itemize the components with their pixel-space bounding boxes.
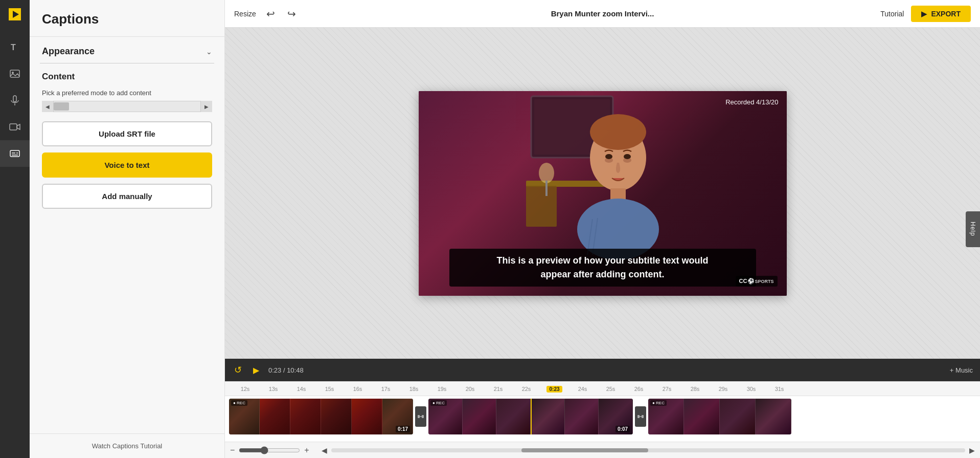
svg-point-17 [539, 163, 554, 183]
thumb-10 [531, 399, 565, 434]
playback-bar: ↺ ▶ 0:23 / 10:48 + Music [225, 359, 980, 381]
restart-button[interactable]: ↺ [232, 362, 244, 378]
play-button[interactable]: ▶ [251, 363, 261, 377]
person-silhouette [516, 91, 690, 265]
ruler-tick-15s: 15s [315, 386, 344, 392]
playback-time: 0:23 / 10:48 [268, 366, 304, 374]
ruler-tick-24s: 24s [568, 386, 597, 392]
thumb-4 [321, 399, 352, 434]
app-logo[interactable] [6, 5, 24, 24]
watch-tutorial-link[interactable]: Watch Captions Tutorial [30, 433, 224, 458]
timeline-controls: − + ◀ ▶ [225, 442, 980, 458]
ruler-tick-12s: 12s [231, 386, 259, 392]
video-content: Recorded 4/13/20 This is a preview of ho… [419, 91, 787, 296]
export-label: EXPORT [931, 10, 961, 18]
svg-rect-30 [637, 415, 640, 418]
voice-to-text-button[interactable]: Voice to text [42, 152, 212, 178]
ruler-tick-27s: 27s [653, 386, 681, 392]
topbar-actions: Tutorial ▶ EXPORT [880, 6, 971, 22]
main-area: Resize ↩ ↪ Bryan Munter zoom Intervi... … [225, 0, 980, 458]
clip-2-record-badge: ● REC [430, 400, 447, 406]
thumb-3 [290, 399, 321, 434]
ruler-tick-13s: 13s [259, 386, 287, 392]
zoom-out-button[interactable]: − [230, 446, 235, 455]
ruler-tick-20s: 20s [456, 386, 484, 392]
video-container: Recorded 4/13/20 This is a preview of ho… [225, 28, 980, 359]
ruler-tick-16s: 16s [344, 386, 372, 392]
help-button[interactable]: Help [966, 211, 980, 247]
topbar: Resize ↩ ↪ Bryan Munter zoom Intervi... … [225, 0, 980, 28]
ruler-tick-22s: 22s [512, 386, 540, 392]
thumb-8 [463, 399, 497, 434]
scroll-input-row: ◀ ▶ [42, 101, 212, 112]
sidebar: Captions Appearance ⌄ Content Pick a pre… [30, 0, 225, 458]
svg-rect-5 [13, 96, 16, 102]
clip-3-record-badge: ● REC [650, 400, 667, 406]
timeline-scroll-track [331, 448, 965, 452]
svg-rect-8 [10, 150, 19, 157]
panel-title: Captions [30, 0, 224, 37]
svg-text:T: T [11, 43, 16, 52]
sidebar-item-video[interactable] [0, 114, 30, 140]
timeline-clip-3[interactable]: ● REC [648, 399, 791, 434]
add-manually-button[interactable]: Add manually [42, 184, 212, 209]
clip-thumbnails-1 [229, 399, 413, 434]
ruler-tick-26s: 26s [625, 386, 653, 392]
appearance-section-header[interactable]: Appearance ⌄ [40, 37, 214, 63]
svg-rect-16 [526, 186, 557, 227]
ruler-tick-19s: 19s [428, 386, 456, 392]
timeline-ruler: 12s 13s 14s 15s 16s 17s 18s 19s 20s 21s … [225, 382, 980, 396]
export-button[interactable]: ▶ EXPORT [911, 6, 971, 22]
scroll-track [53, 101, 201, 112]
thumb-16 [756, 399, 791, 434]
scroll-right-btn[interactable]: ▶ [201, 101, 212, 112]
add-music-button[interactable]: + Music [950, 366, 973, 374]
svg-point-25 [605, 154, 612, 159]
svg-rect-27 [418, 415, 420, 418]
timeline-area: 12s 13s 14s 15s 16s 17s 18s 19s 20s 21s … [225, 381, 980, 458]
recorded-badge: Recorded 4/13/20 [725, 98, 778, 106]
svg-rect-28 [422, 415, 424, 418]
resize-button[interactable]: Resize [234, 10, 256, 18]
ruler-tick-28s: 28s [681, 386, 709, 392]
undo-button[interactable]: ↩ [264, 6, 277, 22]
timeline-clip-2[interactable]: 0:07 ● REC [428, 399, 633, 434]
appearance-label: Appearance [42, 46, 95, 57]
tutorial-link[interactable]: Tutorial [880, 10, 904, 18]
zoom-in-button[interactable]: + [304, 446, 309, 455]
redo-button[interactable]: ↪ [285, 6, 298, 22]
thumb-9 [496, 399, 531, 434]
sidebar-item-text[interactable]: T [0, 34, 30, 60]
timeline-scroll-left[interactable]: ◀ [322, 446, 327, 454]
ruler-tick-18s: 18s [400, 386, 428, 392]
scroll-left-btn[interactable]: ◀ [42, 101, 53, 112]
clip-connector-2[interactable] [635, 406, 646, 427]
sidebar-item-image[interactable] [0, 60, 30, 87]
timeline-scroll-right[interactable]: ▶ [969, 446, 975, 454]
sidebar-item-captions[interactable] [0, 140, 30, 167]
clip-connector-1[interactable] [415, 406, 426, 427]
upload-srt-button[interactable]: Upload SRT file [42, 121, 212, 146]
subtitle-preview: This is a preview of how your subtitle t… [449, 249, 756, 287]
ruler-tick-31s: 31s [765, 386, 793, 392]
zoom-slider[interactable] [239, 446, 300, 454]
pick-mode-label: Pick a preferred mode to add content [42, 89, 212, 97]
sidebar-item-audio[interactable] [0, 87, 30, 114]
timeline-clip-1[interactable]: 0:17 ● REC [229, 399, 413, 434]
clip-2-duration: 0:07 [616, 426, 630, 432]
restart-icon: ↺ [234, 364, 242, 376]
export-play-icon: ▶ [921, 10, 927, 18]
thumb-14 [684, 399, 720, 434]
svg-point-26 [624, 154, 631, 159]
ruler-tick-17s: 17s [372, 386, 400, 392]
timeline-scroll-thumb [521, 448, 648, 452]
clip-record-badge: ● REC [231, 400, 247, 406]
subtitle-line1: This is a preview of how your subtitle t… [496, 255, 708, 266]
svg-rect-31 [642, 415, 644, 418]
svg-rect-3 [10, 70, 19, 77]
subtitle-line2: appear after adding content. [540, 269, 664, 279]
chevron-down-icon: ⌄ [206, 48, 212, 56]
thumb-5 [352, 399, 382, 434]
ruler-tick-14s: 14s [287, 386, 315, 392]
play-icon: ▶ [253, 365, 259, 375]
